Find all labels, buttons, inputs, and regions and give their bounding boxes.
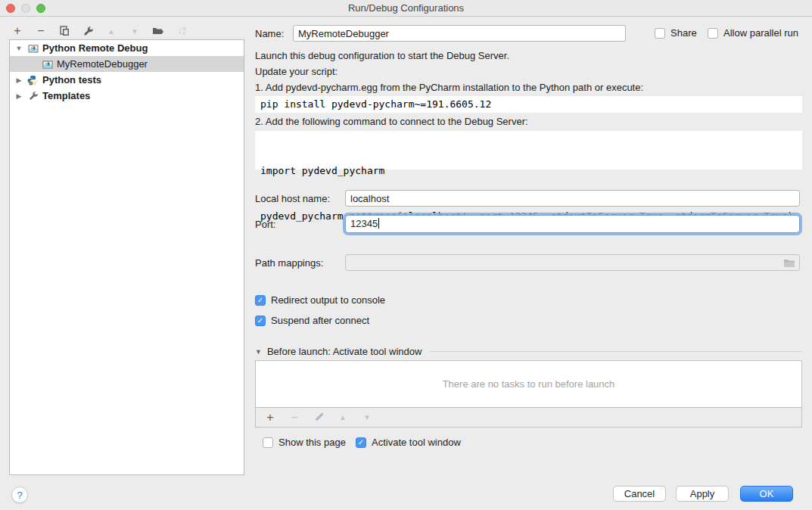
tree-item-label: Templates	[42, 90, 90, 101]
sort-az-icon: ↓az	[178, 26, 186, 36]
folder-icon[interactable]	[783, 258, 795, 270]
tree-item-label: MyRemoteDebugger	[57, 58, 148, 70]
tree-item-label: Python tests	[42, 74, 101, 86]
suspend-after-connect-label: Suspend after connect	[271, 315, 369, 326]
configurations-tree: ▼ Python Remote Debug MyRemoteDebugger ▶…	[9, 39, 244, 475]
step1-text: 1. Add pydevd-pycharm.egg from the PyCha…	[255, 82, 802, 93]
pencil-icon	[314, 412, 324, 422]
tree-item-templates[interactable]: ▶ Templates	[10, 88, 244, 104]
name-label: Name:	[255, 28, 284, 39]
cancel-button[interactable]: Cancel	[613, 486, 666, 502]
add-configuration-button[interactable]: +	[11, 24, 24, 38]
before-launch-task-list[interactable]: There are no tasks to run before launch	[255, 360, 802, 408]
minus-icon: −	[291, 411, 297, 424]
copy-configuration-button[interactable]	[58, 24, 71, 38]
local-host-name-label: Local host name:	[255, 193, 330, 204]
show-this-page-checkbox[interactable]: Show this page	[263, 437, 346, 448]
tree-item-myremotedebugger[interactable]: MyRemoteDebugger	[10, 56, 244, 72]
redirect-output-checkbox[interactable]: ✓ Redirect output to console	[255, 294, 802, 306]
ok-button[interactable]: OK	[740, 486, 793, 502]
move-up-button[interactable]: ▲	[104, 24, 118, 38]
plus-icon: +	[266, 411, 273, 424]
chevron-right-icon[interactable]: ▶	[15, 92, 23, 100]
add-task-button[interactable]: +	[263, 411, 277, 424]
new-folder-icon	[152, 26, 164, 36]
move-task-down-button[interactable]: ▼	[360, 411, 374, 424]
step2-text: 2. Add the following command to connect …	[255, 116, 802, 127]
apply-button[interactable]: Apply	[676, 486, 729, 502]
redirect-output-label: Redirect output to console	[271, 294, 385, 306]
path-mappings-input[interactable]	[345, 254, 800, 271]
description-text: Launch this debug configuration to start…	[255, 50, 802, 61]
chevron-right-icon[interactable]: ▶	[15, 76, 23, 84]
activate-tool-window-label: Activate tool window	[372, 437, 461, 448]
settrace-code-block: import pydevd_pycharm pydevd_pycharm.set…	[255, 131, 802, 169]
check-icon: ✓	[358, 439, 364, 446]
show-this-page-label: Show this page	[278, 437, 346, 448]
wrench-icon	[82, 26, 94, 37]
check-icon: ✓	[257, 297, 263, 304]
update-script-text: Update your script:	[255, 66, 802, 77]
arrow-down-icon: ▼	[131, 27, 138, 36]
port-value: 12345	[350, 218, 378, 229]
arrow-up-icon: ▲	[107, 27, 115, 36]
section-divider	[429, 351, 802, 352]
edit-task-button[interactable]	[312, 411, 325, 424]
local-host-name-input[interactable]	[345, 190, 800, 207]
sort-configurations-button[interactable]: ↓az	[175, 24, 188, 38]
before-launch-section-header[interactable]: ▼ Before launch: Activate tool window	[255, 346, 802, 357]
text-caret	[378, 218, 379, 229]
help-button[interactable]: ?	[11, 487, 28, 503]
check-icon: ✓	[257, 317, 263, 325]
remote-debug-config-icon	[27, 43, 39, 54]
tree-item-python-remote-debug[interactable]: ▼ Python Remote Debug	[10, 40, 244, 56]
code-line-1: import pydevd_pycharm	[260, 163, 797, 179]
move-down-button[interactable]: ▼	[128, 24, 142, 38]
run-debug-configurations-dialog: Run/Debug Configurations + − ▲ ▼ ↓az ▼ P…	[0, 0, 812, 510]
checkbox-box: ✓	[255, 295, 266, 306]
port-input[interactable]: 12345	[345, 215, 800, 233]
python-tests-icon	[27, 75, 39, 86]
arrow-down-icon: ▼	[363, 413, 371, 421]
suspend-after-connect-checkbox[interactable]: ✓ Suspend after connect	[255, 315, 802, 326]
minus-icon: −	[37, 24, 44, 38]
path-mappings-label: Path mappings:	[255, 257, 323, 269]
plus-icon: +	[14, 24, 20, 38]
configurations-toolbar: + − ▲ ▼ ↓az	[11, 23, 188, 39]
chevron-down-icon: ▼	[255, 348, 262, 356]
checkbox-box: ✓	[356, 437, 366, 448]
window-title: Run/Debug Configurations	[0, 2, 812, 14]
allow-parallel-run-checkbox[interactable]: Allow parallel run	[708, 27, 798, 39]
share-label: Share	[670, 27, 697, 39]
pip-command-code: pip install pydevd-pycharm~=191.6605.12	[255, 96, 802, 113]
share-checkbox[interactable]: Share	[655, 27, 697, 39]
tree-item-label: Python Remote Debug	[42, 42, 148, 54]
empty-tasks-text: There are no tasks to run before launch	[443, 378, 615, 390]
create-folder-button[interactable]	[151, 24, 165, 38]
name-input[interactable]	[293, 25, 626, 42]
title-bar: Run/Debug Configurations	[0, 0, 812, 17]
checkbox-box	[655, 28, 665, 39]
remote-debug-config-icon	[42, 59, 53, 70]
arrow-up-icon: ▲	[339, 413, 347, 421]
question-mark-icon: ?	[17, 490, 22, 501]
edit-templates-button[interactable]	[81, 24, 95, 38]
before-launch-title: Before launch: Activate tool window	[267, 346, 422, 357]
tree-item-python-tests[interactable]: ▶ Python tests	[10, 72, 244, 88]
before-launch-toolbar: + − ▲ ▼	[255, 408, 802, 428]
chevron-down-icon[interactable]: ▼	[15, 45, 23, 52]
remove-configuration-button[interactable]: −	[34, 24, 48, 38]
checkbox-box	[263, 437, 273, 448]
wrench-icon	[27, 91, 39, 101]
checkbox-box: ✓	[255, 316, 266, 326]
copy-icon	[59, 26, 70, 36]
checkbox-box	[708, 28, 718, 39]
activate-tool-window-checkbox[interactable]: ✓ Activate tool window	[356, 437, 461, 448]
port-label: Port:	[255, 219, 275, 230]
remove-task-button[interactable]: −	[288, 411, 301, 424]
allow-parallel-run-label: Allow parallel run	[723, 27, 798, 39]
move-task-up-button[interactable]: ▲	[336, 411, 350, 424]
